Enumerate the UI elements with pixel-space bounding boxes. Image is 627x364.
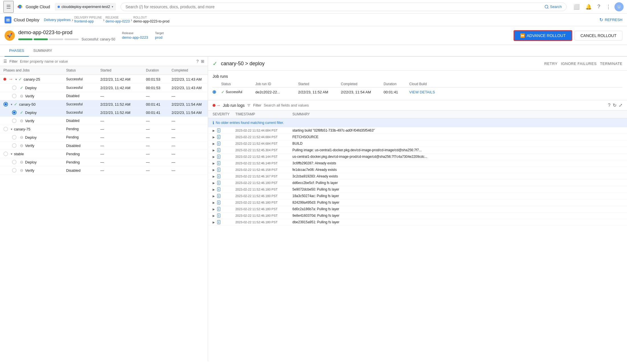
log-expand-13[interactable]: ▶: [213, 214, 215, 217]
log-expand-10[interactable]: ▶: [213, 195, 215, 198]
log-row[interactable]: ▶ i 2023-02-22 11:52:46.180 PST dbe23915…: [208, 219, 627, 226]
severity-info-10: i: [217, 194, 220, 198]
project-selector[interactable]: clouddeploy-experiment-test2 ▾: [55, 3, 116, 11]
view-details-link[interactable]: VIEW DETAILS: [409, 90, 443, 94]
logs-refresh-btn[interactable]: ↻: [613, 103, 616, 108]
cancel-rollout-button[interactable]: CANCEL ROLLOUT: [575, 31, 622, 40]
search-button[interactable]: Search: [544, 5, 562, 9]
red-arrow-icon: →: [9, 77, 13, 82]
columns-icon[interactable]: ⊞: [201, 59, 204, 64]
refresh-button[interactable]: ↻ REFRESH: [599, 17, 622, 23]
log-ts-14: 2023-02-22 11:52:46.180 PST: [235, 220, 292, 224]
job-row-canary25-verify[interactable]: ⊖ Verify Disabled — — —: [0, 92, 208, 100]
breadcrumb-delivery-pipelines[interactable]: Delivery pipelines: [44, 18, 71, 22]
progress-seg-3: [49, 38, 63, 40]
retry-button[interactable]: RETRY: [544, 62, 557, 66]
filter-help-icon[interactable]: ?: [196, 59, 199, 64]
terminate-button[interactable]: TERMINATE: [600, 62, 622, 66]
log-expand-4[interactable]: ▶: [213, 155, 215, 158]
log-summary-5: 3c6ffb290287: Already exists: [292, 161, 622, 165]
radio-stable: [3, 152, 8, 156]
job-run-row[interactable]: ✓ Successful de2c2022-22... 2/22/23, 11:…: [213, 87, 622, 97]
breadcrumb-pipeline-link[interactable]: frontend-app: [74, 19, 94, 23]
log-expand-11[interactable]: ▶: [213, 201, 215, 204]
canary75-deploy-duration: —: [146, 135, 172, 140]
project-dropdown-arrow: ▾: [112, 5, 113, 8]
stable-duration: —: [146, 152, 172, 156]
log-row[interactable]: ▶ i 2023-02-22 11:52:46.180 PST 18a3c502…: [208, 193, 627, 199]
tab-summary[interactable]: SUMMARY: [29, 45, 57, 57]
log-expand-9[interactable]: ▶: [213, 188, 215, 191]
canary25-started: 2/22/23, 11:42 AM: [100, 77, 146, 81]
more-options-btn[interactable]: ⋮: [604, 1, 613, 12]
target-link[interactable]: prod: [155, 35, 164, 40]
log-row[interactable]: ▶ i 2023-02-22 11:52:46.148 PST 3c6ffb29…: [208, 160, 627, 167]
log-expand-0[interactable]: ▶: [213, 129, 215, 132]
job-row-canary25-deploy[interactable]: ✓ Deploy Successful 2/22/23, 11:42 AM 00…: [0, 84, 208, 92]
filter-input[interactable]: [20, 59, 194, 64]
log-expand-6[interactable]: ▶: [213, 168, 215, 171]
canary25-deploy-status: Successful: [66, 86, 100, 90]
log-row[interactable]: ▶ i 2023-02-22 11:52:46.180 PST 824299a4…: [208, 199, 627, 206]
tab-phases[interactable]: PHASES: [5, 45, 29, 57]
hamburger-menu[interactable]: ☰: [3, 1, 14, 13]
log-row[interactable]: ▶ i 2023-02-22 11:52:44.684 PST FETCHSOU…: [208, 134, 627, 140]
advance-rollout-button[interactable]: ⏩ ADVANCE ROLLOUT: [514, 30, 572, 41]
log-row[interactable]: ▶ i 2023-02-22 11:52:46.158 PST fe1dccac…: [208, 167, 627, 173]
ignore-failures-button[interactable]: IGNORE FAILURES: [561, 62, 597, 66]
log-row[interactable]: ▶ i 2023-02-22 11:52:46.144 PST us-centr…: [208, 154, 627, 160]
job-row-canary50-deploy[interactable]: ✓ Deploy Successful 2/22/23, 11:52 AM 00…: [0, 109, 208, 117]
phase-row-canary50[interactable]: ▾ ✓ canary-50 Successful 2/22/23, 11:52 …: [0, 100, 208, 109]
job-row-canary50-verify[interactable]: ⊖ Verify Disabled — — —: [0, 117, 208, 125]
terminal-icon-btn[interactable]: ⬜: [571, 1, 582, 12]
phase-row-stable[interactable]: ▾ stable Pending — — —: [0, 150, 208, 158]
log-expand-7[interactable]: ▶: [213, 175, 215, 178]
search-input[interactable]: [125, 5, 542, 9]
log-row[interactable]: ▶ i 2023-02-22 11:52:46.180 PST dd6ecc2b…: [208, 180, 627, 186]
log-row[interactable]: ▶ i 2023-02-22 11:52:46.180 PST 5e9072dc…: [208, 186, 627, 193]
run-radio-inner: [213, 91, 215, 93]
log-expand-3[interactable]: ▶: [213, 149, 215, 152]
expand-canary25[interactable]: ▾: [15, 78, 17, 81]
log-expand-5[interactable]: ▶: [213, 162, 215, 165]
log-expand-14[interactable]: ▶: [213, 221, 215, 224]
help-btn[interactable]: ?: [595, 1, 602, 12]
log-row[interactable]: ▶ i 2023-02-22 11:52:45.304 PST Pulling …: [208, 147, 627, 154]
log-row[interactable]: ▶ i 2023-02-22 11:52:44.684 PST BUILD: [208, 140, 627, 147]
phase-row-canary25[interactable]: → ▾ ✓ canary-25 Successful 2/22/23, 11:4…: [0, 75, 208, 84]
expand-stable[interactable]: ▾: [11, 152, 12, 156]
user-avatar[interactable]: U: [614, 2, 624, 11]
log-expand-8[interactable]: ▶: [213, 181, 215, 185]
log-row[interactable]: ▶ i 2023-02-22 11:52:46.180 PST 9e8e4160…: [208, 212, 627, 219]
phase-row-canary75[interactable]: ▾ canary-75 Pending — — —: [0, 125, 208, 133]
logs-search-input[interactable]: [264, 103, 606, 107]
job-row-canary75-deploy[interactable]: ⊖ Deploy Pending — — —: [0, 133, 208, 142]
log-row[interactable]: ▶ i 2023-02-22 11:52:44.684 PST starting…: [208, 127, 627, 134]
right-panel: ✓ canary-50 > deploy RETRY IGNORE FAILUR…: [208, 57, 627, 361]
breadcrumb-release-link[interactable]: demo-app-0223: [105, 19, 130, 23]
check-icon-canary25: ✓: [19, 77, 22, 81]
canary75-verify-label: Verify: [25, 144, 34, 148]
logs-help-btn[interactable]: ?: [608, 103, 610, 108]
release-link[interactable]: demo-app-0223: [122, 35, 148, 40]
log-expand-12[interactable]: ▶: [213, 208, 215, 211]
severity-info-8: i: [217, 181, 220, 185]
log-expand-1[interactable]: ▶: [213, 136, 215, 139]
job-row-canary75-verify[interactable]: ⊖ Verify Disabled — — —: [0, 142, 208, 150]
radio-stable-verify: [12, 168, 17, 173]
expand-canary50[interactable]: ▾: [11, 103, 12, 106]
expand-canary75[interactable]: ▾: [11, 128, 12, 131]
rollout-name: demo-app-0223-to-prod: [18, 30, 115, 36]
logs-external-btn[interactable]: ⤢: [619, 103, 622, 108]
job-row-stable-deploy[interactable]: ⊖ Deploy Pending — — —: [0, 158, 208, 166]
log-row[interactable]: ▶ i 2023-02-22 11:52:46.167 PST 3c2cba91…: [208, 173, 627, 180]
notifications-btn[interactable]: 🔔: [583, 1, 594, 12]
log-ts-1: 2023-02-22 11:52:44.684 PST: [235, 135, 292, 139]
job-row-stable-verify[interactable]: ⊖ Verify Disabled — — —: [0, 166, 208, 175]
check-deploy-stable: ⊖: [20, 160, 23, 164]
check-verify-stable: ⊖: [20, 168, 23, 173]
log-red-dot: [213, 104, 215, 107]
log-expand-2[interactable]: ▶: [213, 142, 215, 145]
red-dot-indicator: [3, 78, 6, 81]
log-row[interactable]: ▶ i 2023-02-22 11:52:46.180 PST 6d0c2a18…: [208, 206, 627, 212]
